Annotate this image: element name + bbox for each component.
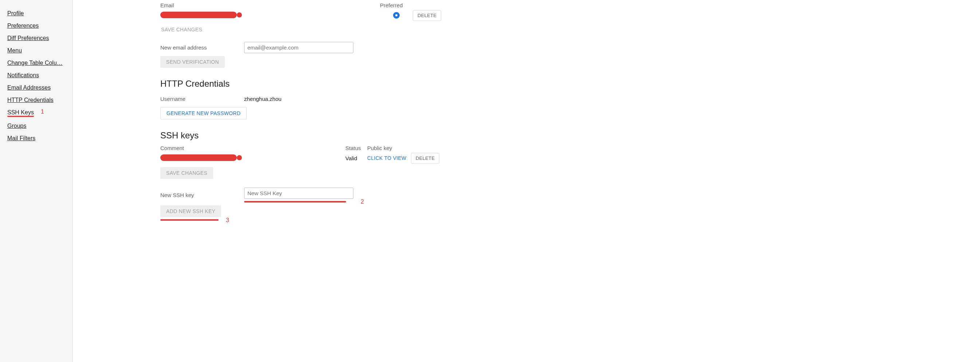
new-ssh-key-label: New SSH key [160, 192, 244, 198]
annotation-1: 1 [41, 108, 44, 115]
ssh-keys-section: SSH keys Comment Status Public key Valid… [160, 130, 568, 221]
ssh-col-comment: Comment [160, 145, 345, 151]
sidebar-item-notifications[interactable]: Notifications [0, 69, 73, 82]
preferred-radio[interactable] [393, 12, 400, 19]
ssh-save-changes-button[interactable]: SAVE CHANGES [160, 167, 213, 179]
annotation-3: 3 [226, 217, 229, 224]
http-credentials-section: HTTP Credentials Username zhenghua.zhou … [160, 79, 568, 119]
ssh-col-pubkey: Public key [367, 145, 411, 151]
sidebar-item-http-credentials[interactable]: HTTP Credentials [0, 94, 73, 106]
generate-password-button[interactable]: GENERATE NEW PASSWORD [160, 107, 247, 119]
username-value: zhenghua.zhou [244, 96, 282, 102]
new-email-input[interactable] [244, 42, 353, 53]
sidebar-item-menu[interactable]: Menu [0, 44, 73, 57]
sidebar-item-preferences[interactable]: Preferences [0, 20, 73, 32]
sidebar-item-ssh-keys[interactable]: SSH Keys [0, 106, 73, 120]
sidebar-item-email-addresses[interactable]: Email Addresses [0, 82, 73, 94]
email-value-redacted [160, 12, 237, 18]
sidebar-item-diff-preferences[interactable]: Diff Preferences [0, 32, 73, 44]
http-credentials-heading: HTTP Credentials [160, 79, 568, 89]
email-section: Email Preferred DELETE SAVE CHANGES New … [160, 2, 568, 68]
new-email-label: New email address [160, 44, 244, 51]
email-col-header: Email [160, 2, 380, 8]
preferred-col-header: Preferred [380, 2, 413, 8]
ssh-status-value: Valid [345, 155, 367, 161]
ssh-delete-button[interactable]: DELETE [411, 153, 439, 164]
ssh-comment-redacted [160, 154, 237, 161]
ssh-click-to-view-button[interactable]: CLICK TO VIEW [367, 155, 407, 161]
email-save-changes-button[interactable]: SAVE CHANGES [160, 24, 203, 35]
username-label: Username [160, 96, 244, 102]
email-delete-button[interactable]: DELETE [413, 10, 441, 21]
sidebar-item-label: SSH Keys [7, 109, 34, 117]
sidebar-item-profile[interactable]: Profile [0, 7, 73, 20]
new-ssh-key-input[interactable] [244, 187, 353, 199]
ssh-keys-heading: SSH keys [160, 130, 568, 141]
add-new-ssh-key-button[interactable]: ADD NEW SSH KEY [160, 205, 221, 217]
send-verification-button[interactable]: SEND VERIFICATION [160, 56, 225, 68]
settings-sidebar: Profile Preferences Diff Preferences Men… [0, 0, 73, 362]
ssh-col-status: Status [345, 145, 367, 151]
settings-main: Email Preferred DELETE SAVE CHANGES New … [73, 0, 583, 362]
sidebar-item-mail-filters[interactable]: Mail Filters [0, 132, 73, 144]
sidebar-item-groups[interactable]: Groups [0, 120, 73, 132]
annotation-2: 2 [361, 198, 364, 205]
sidebar-item-change-table-cols[interactable]: Change Table Colu… [0, 57, 73, 69]
